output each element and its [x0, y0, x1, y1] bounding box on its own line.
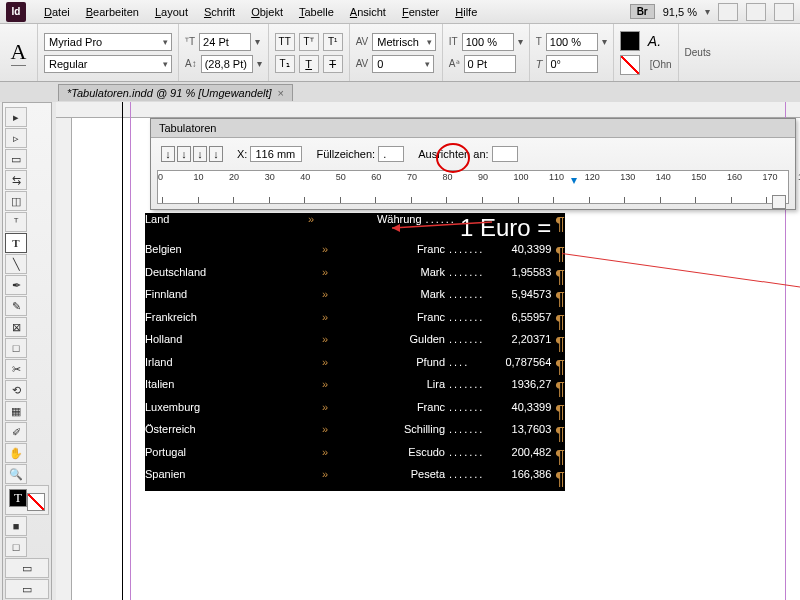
vscale-icon: IT [449, 36, 458, 47]
line-tool[interactable]: ╲ [5, 254, 27, 274]
menu-datei[interactable]: Datei [36, 6, 78, 18]
toolbox: ▸ ▹ ▭ ⇆ ◫ ᵀ T ╲ ✒ ✎ ⊠ □ ✂ ⟲ ▦ ✐ ✋ 🔍 T ■ … [2, 102, 52, 600]
fill-label: Füllzeichen: [316, 148, 375, 160]
hscale-icon: T [536, 36, 542, 47]
language-field[interactable]: Deuts [685, 47, 711, 58]
tab-stop-marker[interactable]: ▾ [571, 173, 577, 187]
control-bar: A Myriad Pro Regular ᵀT24 Pt▾ A↕(28,8 Pt… [0, 24, 800, 82]
gradient-tool[interactable]: ▦ [5, 401, 27, 421]
tab-center-icon[interactable]: ↓ [177, 146, 191, 162]
menu-fenster[interactable]: Fenster [394, 6, 447, 18]
transform-tool[interactable]: ⟲ [5, 380, 27, 400]
eyedropper-tool[interactable]: ✐ [5, 422, 27, 442]
tab-left-icon[interactable]: ↓ [161, 146, 175, 162]
zoom-field[interactable]: 91,5 % [663, 6, 697, 18]
vscale-field[interactable]: 100 % [462, 33, 514, 51]
font-family-select[interactable]: Myriad Pro [44, 33, 172, 51]
kerning-select[interactable]: Metrisch [372, 33, 436, 51]
table-row: Italien»Lira.......1936,27¶ [145, 378, 565, 401]
underline-button[interactable]: T [299, 55, 319, 73]
tracking-select[interactable]: 0 [372, 55, 434, 73]
menu-tabelle[interactable]: Tabelle [291, 6, 342, 18]
table-row: Belgien»Franc.......40,3399¶ [145, 243, 565, 266]
menu-schrift[interactable]: Schrift [196, 6, 243, 18]
arrange-icon[interactable] [774, 3, 794, 21]
type-tool[interactable]: T [5, 233, 27, 253]
type-on-path-tool[interactable]: ᵀ [5, 212, 27, 232]
fill-char-input[interactable] [378, 146, 404, 162]
menu-layout[interactable]: Layout [147, 6, 196, 18]
selection-tool[interactable]: ▸ [5, 107, 27, 127]
allcaps-button[interactable]: TT [275, 33, 295, 51]
skew-icon: T [536, 58, 543, 70]
table-row: Holland»Gulden.......2,20371¶ [145, 333, 565, 356]
tabs-panel-title: Tabulatoren [151, 119, 795, 138]
align-label: Ausrichten an: [418, 148, 488, 160]
menu-hilfe[interactable]: Hilfe [447, 6, 485, 18]
font-size-field[interactable]: 24 Pt [199, 33, 251, 51]
view-mode-icon[interactable] [718, 3, 738, 21]
leading-icon: A↕ [185, 58, 197, 69]
tabs-ruler[interactable]: 0102030405060708090100110120130140150160… [157, 170, 789, 204]
baseline-icon: Aᵃ [449, 58, 460, 69]
stroke-swatch[interactable] [620, 55, 640, 75]
apply-none-tool[interactable]: □ [5, 537, 27, 557]
menu-ansicht[interactable]: Ansicht [342, 6, 394, 18]
apply-color-tool[interactable]: ■ [5, 516, 27, 536]
menu-bearbeiten[interactable]: Bearbeiten [78, 6, 147, 18]
table-row: Österreich»Schilling.......13,7603¶ [145, 423, 565, 446]
app-icon: Id [6, 2, 26, 22]
screen-mode-icon[interactable] [746, 3, 766, 21]
table-row: Portugal»Escudo.......200,482¶ [145, 446, 565, 469]
baseline-field[interactable]: 0 Pt [464, 55, 516, 73]
tab-x-input[interactable] [250, 146, 302, 162]
subscript-button[interactable]: T₁ [275, 55, 295, 73]
pencil-tool[interactable]: ✎ [5, 296, 27, 316]
table-row: Luxemburg»Franc.......40,3399¶ [145, 401, 565, 424]
tab-right-icon[interactable]: ↓ [193, 146, 207, 162]
table-row: Deutschland»Mark.......1,95583¶ [145, 266, 565, 289]
bridge-button[interactable]: Br [630, 4, 655, 19]
rect-tool[interactable]: □ [5, 338, 27, 358]
zoom-tool[interactable]: 🔍 [5, 464, 27, 484]
superscript-button[interactable]: T¹ [323, 33, 343, 51]
magnet-icon[interactable] [772, 195, 786, 209]
document-tab[interactable]: *Tabulatoren.indd @ 91 % [Umgewandelt]× [58, 84, 293, 101]
pen-tool[interactable]: ✒ [5, 275, 27, 295]
kerning-icon: AV [356, 36, 369, 47]
view-mode-normal[interactable]: ▭ [5, 558, 49, 578]
hand-tool[interactable]: ✋ [5, 443, 27, 463]
leading-field[interactable]: (28,8 Pt) [201, 55, 253, 73]
gap-tool[interactable]: ⇆ [5, 170, 27, 190]
text-frame[interactable]: Land»Währung......1 Euro =¶Belgien»Franc… [145, 213, 565, 491]
doc-tabbar: *Tabulatoren.indd @ 91 % [Umgewandelt]× [0, 82, 800, 102]
align-char-input[interactable] [492, 146, 518, 162]
document-area: Tabulatoren ↓ ↓ ↓ ↓ X: Füllzeichen: Ausr… [56, 102, 800, 600]
x-label: X: [237, 148, 247, 160]
close-icon[interactable]: × [278, 87, 284, 99]
size-icon: ᵀT [185, 36, 195, 47]
skew-field[interactable]: 0° [546, 55, 598, 73]
font-style-select[interactable]: Regular [44, 55, 172, 73]
table-row: Spanien»Peseta.......166,386¶ [145, 468, 565, 491]
direct-select-tool[interactable]: ▹ [5, 128, 27, 148]
page-tool[interactable]: ▭ [5, 149, 27, 169]
char-mode-icon[interactable]: A [0, 24, 38, 81]
menu-objekt[interactable]: Objekt [243, 6, 291, 18]
view-mode-preview[interactable]: ▭ [5, 579, 49, 599]
rect-frame-tool[interactable]: ⊠ [5, 317, 27, 337]
tab-type-buttons[interactable]: ↓ ↓ ↓ ↓ [161, 146, 223, 162]
table-row: Irland»Pfund....0,787564¶ [145, 356, 565, 379]
lang-label: [Ohn [650, 59, 672, 70]
fill-swatch[interactable] [620, 31, 640, 51]
tracking-icon: AV [356, 58, 369, 69]
table-row: Land»Währung......1 Euro =¶ [145, 213, 565, 243]
tab-decimal-icon[interactable]: ↓ [209, 146, 223, 162]
tabs-panel: Tabulatoren ↓ ↓ ↓ ↓ X: Füllzeichen: Ausr… [150, 118, 796, 210]
content-tool[interactable]: ◫ [5, 191, 27, 211]
scissors-tool[interactable]: ✂ [5, 359, 27, 379]
strike-button[interactable]: T [323, 55, 343, 73]
smallcaps-button[interactable]: Tᵀ [299, 33, 319, 51]
hscale-field[interactable]: 100 % [546, 33, 598, 51]
fill-stroke-tool[interactable]: T [5, 485, 49, 515]
